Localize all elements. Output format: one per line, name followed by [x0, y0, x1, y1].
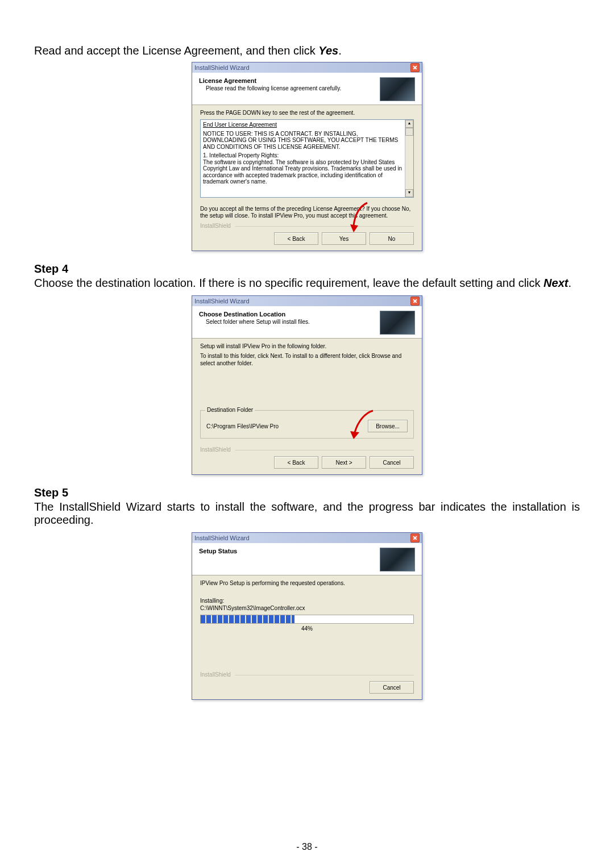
- brand-line: InstallShield: [200, 223, 422, 229]
- back-button[interactable]: < Back: [274, 456, 318, 469]
- dialog-header: Setup Status: [192, 543, 422, 575]
- license-textbox[interactable]: End User License Agreement NOTICE TO USE…: [200, 119, 414, 198]
- intro-prefix: Read and accept the License Agreement, a…: [34, 44, 318, 57]
- header-subtitle: Select folder where Setup will install f…: [206, 319, 376, 325]
- destination-legend: Destination Folder: [205, 407, 255, 413]
- back-button[interactable]: < Back: [274, 232, 318, 245]
- dialog-content: Press the PAGE DOWN key to see the rest …: [192, 105, 422, 201]
- next-button[interactable]: Next >: [322, 456, 366, 469]
- header-subtitle: Please read the following license agreem…: [206, 85, 376, 91]
- header-title: Choose Destination Location: [199, 311, 376, 318]
- destination-path: C:\Program Files\IPView Pro: [206, 423, 279, 429]
- browse-button[interactable]: Browse...: [368, 420, 408, 432]
- no-button[interactable]: No: [370, 232, 414, 245]
- license-p1: End User License Agreement: [203, 122, 411, 128]
- close-icon[interactable]: [410, 297, 420, 306]
- scroll-down-icon[interactable]: ▼: [405, 189, 413, 197]
- progress-fill: [201, 615, 294, 623]
- status-line1: IPView Pro Setup is performing the reque…: [200, 580, 414, 586]
- button-row: < Back Next > Cancel: [192, 453, 422, 474]
- button-row: Cancel: [192, 678, 422, 699]
- step4-heading: Step 4: [34, 262, 580, 276]
- intro-suffix: .: [338, 44, 342, 57]
- cancel-button[interactable]: Cancel: [370, 681, 414, 694]
- step5-heading: Step 5: [34, 486, 580, 499]
- header-image: [380, 77, 415, 101]
- step5-body: The InstallShield Wizard starts to insta…: [34, 500, 580, 527]
- installing-path: C:\WINNT\System32\ImageController.ocx: [200, 605, 414, 611]
- dialog-header: License Agreement Please read the follow…: [192, 73, 422, 105]
- brand-line: InstallShield: [200, 446, 422, 453]
- status-dialog: InstallShield Wizard Setup Status IPView…: [192, 532, 422, 700]
- brand-line: InstallShield: [200, 671, 422, 678]
- header-image: [380, 311, 415, 335]
- scroll-up-icon[interactable]: ▲: [405, 120, 413, 128]
- step4-body: Choose the destination location. If ther…: [34, 277, 580, 290]
- titlebar: InstallShield Wizard: [192, 296, 422, 306]
- progress-bar: [200, 615, 414, 624]
- step4-block: Step 4 Choose the destination location. …: [34, 262, 580, 290]
- document-page: Read and accept the License Agreement, a…: [0, 0, 614, 868]
- dialog-title: InstallShield Wizard: [194, 535, 410, 541]
- intro-text: Read and accept the License Agreement, a…: [34, 44, 580, 57]
- scrollbar[interactable]: ▲ ▼: [405, 120, 413, 197]
- titlebar: InstallShield Wizard: [192, 62, 422, 73]
- intro-cta: Yes: [318, 44, 338, 57]
- license-p3a: 1. Intellectual Property Rights:: [203, 152, 411, 159]
- license-dialog: InstallShield Wizard License Agreement P…: [192, 62, 422, 251]
- destination-folder-group: Destination Folder C:\Program Files\IPVi…: [200, 410, 414, 439]
- dialog-header: Choose Destination Location Select folde…: [192, 306, 422, 339]
- step4-body-prefix: Choose the destination location. If ther…: [34, 277, 544, 289]
- dialog-content: IPView Pro Setup is performing the reque…: [192, 575, 422, 668]
- dialog-title: InstallShield Wizard: [194, 298, 410, 304]
- destination-dialog: InstallShield Wizard Choose Destination …: [192, 295, 422, 475]
- page-down-prompt: Press the PAGE DOWN key to see the rest …: [200, 110, 414, 116]
- header-title: Setup Status: [199, 548, 376, 554]
- dest-line2: To install to this folder, click Next. T…: [200, 353, 414, 367]
- license-p2: NOTICE TO USER: THIS IS A CONTRACT. BY I…: [203, 131, 411, 151]
- step4-cta: Next: [544, 277, 568, 289]
- button-row: < Back Yes No: [192, 229, 422, 251]
- step4-body-suffix: .: [568, 277, 571, 289]
- dialog-title: InstallShield Wizard: [194, 64, 410, 71]
- step5-block: Step 5 The InstallShield Wizard starts t…: [34, 486, 580, 527]
- accept-question: Do you accept all the terms of the prece…: [192, 206, 422, 219]
- page-number: - 38 -: [0, 842, 614, 852]
- installing-label: Installing:: [200, 598, 414, 604]
- titlebar: InstallShield Wizard: [192, 533, 422, 543]
- header-image: [380, 548, 415, 571]
- license-p3b: The software is copyrighted. The softwar…: [203, 159, 411, 185]
- dest-line1: Setup will install IPView Pro in the fol…: [200, 343, 414, 349]
- close-icon[interactable]: [410, 533, 420, 542]
- yes-button[interactable]: Yes: [322, 232, 366, 245]
- cancel-button[interactable]: Cancel: [370, 456, 414, 469]
- scroll-thumb[interactable]: [405, 128, 413, 136]
- progress-percent: 44%: [200, 625, 414, 632]
- close-icon[interactable]: [410, 63, 420, 72]
- dialog-content: Setup will install IPView Pro in the fol…: [192, 339, 422, 443]
- header-title: License Agreement: [199, 77, 376, 84]
